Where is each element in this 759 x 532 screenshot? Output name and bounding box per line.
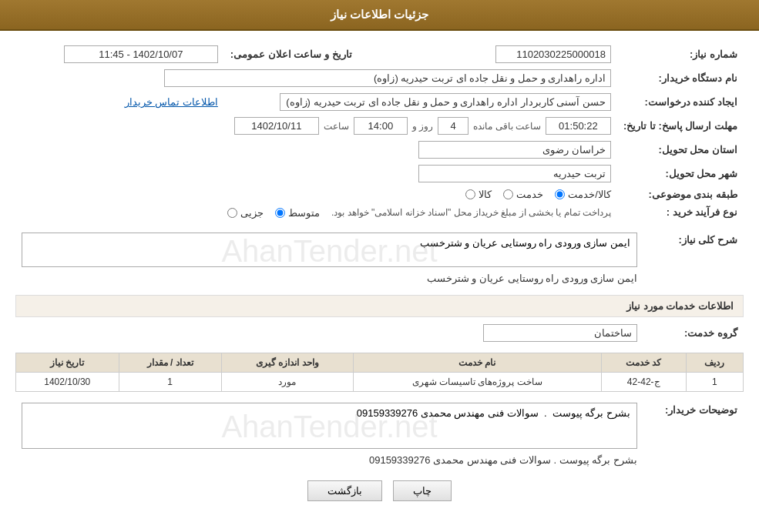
services-section-header: اطلاعات خدمات مورد نیاز [15, 295, 744, 317]
buyer-notes-label: توضیحات خریدار: [643, 400, 744, 469]
need-number-label: شماره نیاز: [617, 42, 744, 66]
buyer-org-field: اداره راهداری و حمل و نقل جاده ای تربت ح… [164, 69, 611, 87]
row-creator: ایجاد کننده درخواست: حسن آسنی کاربردار ا… [15, 90, 744, 114]
service-group-value: ساختمان [15, 321, 643, 345]
row-need-number: شماره نیاز: 1102030225000018 تاریخ و ساع… [15, 42, 744, 66]
buyer-notes-value: AhanTender.net بشرح برگه پیوست . سوالات … [15, 400, 643, 469]
service-group-label: گروه خدمت: [643, 321, 744, 345]
main-content: شماره نیاز: 1102030225000018 تاریخ و ساع… [0, 31, 759, 524]
th-quantity: تعداد / مقدار [119, 353, 221, 372]
jozee-label: جزیی [240, 207, 264, 219]
announce-date-field: 1402/10/07 - 11:45 [64, 45, 218, 63]
page-title: جزئیات اطلاعات نیاز [331, 8, 428, 21]
services-table-header: ردیف کد خدمت نام خدمت واحد اندازه گیری ت… [16, 353, 744, 372]
kala-label: کالا [479, 189, 492, 200]
creator-label: ایجاد کننده درخواست: [617, 90, 744, 114]
creator-value: حسن آسنی کاربردار اداره راهداری و حمل و … [224, 90, 617, 114]
province-label: استان محل تحویل: [617, 138, 744, 162]
services-header-row: ردیف کد خدمت نام خدمت واحد اندازه گیری ت… [16, 353, 744, 372]
purchase-type-value: جزیی متوسط پرداخت تمام یا بخشی از مبلغ خ… [15, 203, 617, 222]
row-city: شهر محل تحویل: تربت حیدریه [15, 162, 744, 186]
td-service-name: ساخت پروژه‌های تاسیسات شهری [353, 372, 601, 391]
khadamat-label: خدمت [516, 189, 543, 200]
general-desc-label: شرح کلی نیاز: [643, 229, 744, 287]
buyer-org-value: اداره راهداری و حمل و نقل جاده ای تربت ح… [15, 66, 617, 90]
th-date: تاریخ نیاز [16, 353, 119, 372]
th-service-code: کد خدمت [601, 353, 686, 372]
buyer-notes-textarea[interactable] [22, 403, 637, 449]
row-deadline: مهلت ارسال پاسخ: تا تاریخ: 1402/10/11 سا… [15, 114, 744, 138]
td-row-num: 1 [686, 372, 743, 391]
province-field: خراسان رضوی [418, 141, 611, 159]
deadline-date-field: 1402/10/11 [234, 117, 319, 135]
th-service-name: نام خدمت [353, 353, 601, 372]
need-number-field: 1102030225000018 [495, 45, 611, 63]
general-desc-section: شرح کلی نیاز: AhanTender.net ایمن سازی و… [15, 229, 744, 287]
info-table: شماره نیاز: 1102030225000018 تاریخ و ساع… [15, 42, 744, 222]
purchase-type-label: نوع فرآیند خرید : [617, 203, 744, 222]
button-row: چاپ بازگشت [15, 480, 744, 513]
province-value: خراسان رضوی [15, 138, 617, 162]
deadline-value: 1402/10/11 ساعت 14:00 روز و 4 ساعت باقی … [15, 114, 617, 138]
general-desc-textarea[interactable] [22, 233, 637, 267]
general-desc-value: AhanTender.net ایمن سازی ورودی راه روستا… [15, 229, 643, 287]
td-quantity: 1 [119, 372, 221, 391]
city-field: تربت حیدریه [418, 165, 611, 182]
td-service-code: ج-42-42 [601, 372, 686, 391]
row-purchase-type: نوع فرآیند خرید : جزیی متوسط پرداخت تمام… [15, 203, 744, 222]
service-group-field: ساختمان [483, 324, 637, 342]
row-buyer-notes: توضیحات خریدار: AhanTender.net بشرح برگه… [15, 400, 744, 469]
general-desc-wrapper: AhanTender.net [22, 233, 637, 269]
kala-khadamat-label: کالا/خدمت [568, 189, 611, 200]
print-button[interactable]: چاپ [393, 480, 452, 501]
general-desc-text: ایمن سازی ورودی راه روستایی عریان و شترخ… [22, 269, 637, 284]
buyer-notes-wrapper: AhanTender.net [22, 403, 637, 451]
buyer-notes-text: بشرح برگه پیوست . سوالات فنی مهندس محمدی… [22, 451, 637, 466]
radio-khadamat[interactable]: خدمت [503, 189, 543, 200]
row-service-group: گروه خدمت: ساختمان [15, 321, 744, 345]
city-label: شهر محل تحویل: [617, 162, 744, 186]
announce-date-label: تاریخ و ساعت اعلان عمومی: [224, 42, 358, 66]
need-number-value: 1102030225000018 [374, 42, 617, 66]
td-unit: مورد [221, 372, 353, 391]
category-label: طبقه بندی موضوعی: [617, 186, 744, 203]
deadline-remaining-label: ساعت باقی مانده [473, 121, 541, 132]
radio-motawaset[interactable]: متوسط [275, 207, 320, 219]
row-buyer-org: نام دستگاه خریدار: اداره راهداری و حمل و… [15, 66, 744, 90]
deadline-time-label: ساعت [324, 121, 349, 132]
radio-jozee[interactable]: جزیی [227, 207, 264, 219]
back-button[interactable]: بازگشت [307, 480, 382, 501]
th-unit: واحد اندازه گیری [221, 353, 353, 372]
deadline-time-field: 14:00 [354, 117, 408, 135]
row-category: طبقه بندی موضوعی: کالا خدمت [15, 186, 744, 203]
purchase-type-description: پرداخت تمام یا بخشی از مبلغ خریداز محل "… [331, 207, 611, 218]
contact-info-link[interactable]: اطلاعات تماس خریدار [125, 96, 218, 108]
announce-date-value: 1402/10/07 - 11:45 [15, 42, 224, 66]
city-value: تربت حیدریه [15, 162, 617, 186]
services-table-body: 1 ج-42-42 ساخت پروژه‌های تاسیسات شهری مو… [16, 372, 744, 391]
page-header: جزئیات اطلاعات نیاز [0, 0, 759, 31]
deadline-remaining-field: 01:50:22 [546, 117, 611, 135]
row-general-desc: شرح کلی نیاز: AhanTender.net ایمن سازی و… [15, 229, 744, 287]
table-row: 1 ج-42-42 ساخت پروژه‌های تاسیسات شهری مو… [16, 372, 744, 391]
page-container: جزئیات اطلاعات نیاز شماره نیاز: 11020302… [0, 0, 759, 532]
radio-kala-khadamat[interactable]: کالا/خدمت [555, 189, 611, 200]
radio-kala[interactable]: کالا [465, 189, 492, 200]
row-province: استان محل تحویل: خراسان رضوی [15, 138, 744, 162]
th-row-num: ردیف [686, 353, 743, 372]
motawaset-label: متوسط [288, 207, 320, 219]
service-group-table: گروه خدمت: ساختمان [15, 321, 744, 345]
buyer-notes-section: توضیحات خریدار: AhanTender.net بشرح برگه… [15, 400, 744, 469]
td-date: 1402/10/30 [16, 372, 119, 391]
deadline-day-field: 4 [438, 117, 468, 135]
deadline-day-label: روز و [412, 121, 433, 132]
buyer-org-label: نام دستگاه خریدار: [617, 66, 744, 90]
services-table: ردیف کد خدمت نام خدمت واحد اندازه گیری ت… [15, 353, 744, 392]
creator-field: حسن آسنی کاربردار اداره راهداری و حمل و … [280, 93, 611, 111]
category-value: کالا خدمت کالا/خدمت [15, 186, 617, 203]
deadline-label: مهلت ارسال پاسخ: تا تاریخ: [617, 114, 744, 138]
